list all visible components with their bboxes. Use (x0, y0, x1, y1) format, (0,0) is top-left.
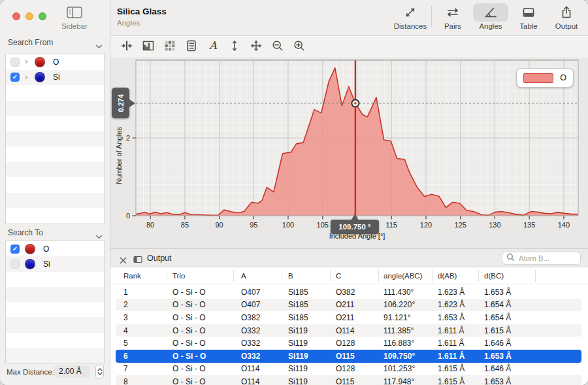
grid-style-icon (163, 39, 176, 55)
table-row-selected[interactable]: 6O - Si - OO332Si119O115109.750°1.611 Å1… (116, 350, 581, 363)
cell: O - Si - O (172, 326, 206, 335)
column-header-a[interactable]: A (241, 267, 246, 284)
list-item-Si[interactable]: ✓›Si (6, 70, 104, 86)
vertical-scale-button[interactable] (227, 39, 242, 55)
cursor-value-badge: 0.274 (112, 88, 129, 118)
cell: 116.883° (384, 339, 414, 348)
table-row[interactable]: 3O - Si - OO382Si185O21191.121°1.653 Å1.… (116, 311, 581, 324)
cell: 1.615 Å (484, 326, 511, 335)
atom-color-swatch (25, 259, 35, 269)
list-item-empty (6, 333, 104, 348)
histogram-style-button[interactable] (140, 39, 156, 55)
cell: Si119 (288, 377, 308, 385)
app-window: Sidebar Search From ›O✓›Si Search To ✓OS… (0, 0, 588, 385)
checkbox-checked[interactable]: ✓ (10, 244, 20, 254)
stepper-down-icon (97, 372, 103, 375)
svg-text:105: 105 (317, 221, 329, 229)
toolbar-button-output[interactable]: Output (547, 3, 585, 30)
table-row[interactable]: 5O - Si - OO332Si119O128116.883°1.611 Å1… (116, 337, 581, 350)
toolbar-button-label: Pairs (444, 22, 461, 30)
angles-icon (473, 3, 508, 22)
close-window-button[interactable] (12, 12, 20, 20)
cell: 5 (123, 339, 128, 348)
pairs-icon (435, 3, 470, 22)
font-button[interactable]: A (205, 39, 221, 55)
max-distance-stepper[interactable] (95, 365, 104, 378)
search-icon (506, 252, 515, 264)
toolbar-button-pairs[interactable]: Pairs (434, 3, 472, 30)
table-row[interactable]: 8O - Si - OO114Si119O115117.948°1.615 Å1… (116, 375, 581, 385)
cell: 1.653 Å (484, 352, 512, 361)
column-divider (330, 270, 331, 282)
table-row[interactable]: 1O - Si - OO407Si185O382111.430°1.623 Å1… (116, 286, 581, 299)
column-divider (167, 270, 167, 282)
search-input[interactable] (517, 254, 575, 263)
max-distance-field[interactable]: 2.00 Å (54, 365, 90, 378)
disclosure-chevron-icon[interactable]: › (25, 57, 35, 65)
toolbar-button-label: Output (555, 22, 578, 30)
cell: 1.611 Å (438, 339, 464, 348)
cell: Si185 (288, 313, 308, 322)
legend-swatch (523, 73, 553, 83)
cursor-angle-badge: 109.750 ° (331, 220, 379, 234)
cell: 106.220° (384, 300, 415, 309)
window-controls (12, 12, 46, 20)
grid-style-button[interactable] (162, 39, 178, 55)
list-item-O[interactable]: ✓O (6, 241, 104, 256)
svg-text:130: 130 (489, 221, 500, 229)
checkbox-unchecked[interactable] (10, 259, 20, 269)
chevron-down-icon[interactable] (95, 40, 103, 52)
list-item-empty (6, 162, 104, 178)
list-item-O[interactable]: ›O (6, 54, 104, 70)
zoom-out-button[interactable] (270, 39, 286, 55)
output-panel-header: Output (110, 248, 588, 267)
list-item-empty (6, 131, 104, 147)
disclosure-chevron-icon[interactable]: › (25, 73, 35, 81)
column-header-rank[interactable]: Rank (123, 267, 141, 284)
close-panel-icon[interactable] (120, 255, 127, 267)
list-item-Si[interactable]: Si (6, 256, 104, 271)
main-toolbar: DistancesPairsAnglesTableOutput (391, 3, 585, 30)
column-header-angleabc[interactable]: angle(ABC) (384, 267, 422, 284)
svg-text:135: 135 (523, 221, 535, 229)
checkbox-unchecked[interactable] (10, 58, 20, 67)
cell: O - Si - O (172, 300, 206, 309)
element-label: Si (43, 259, 50, 269)
pan-button[interactable] (248, 39, 264, 55)
center-data-button[interactable] (119, 39, 135, 55)
table-row[interactable]: 4O - Si - OO332Si119O114111.385°1.611 Å1… (116, 324, 581, 337)
cell: O - Si - O (172, 288, 206, 297)
panel-layout-icon[interactable] (133, 254, 142, 266)
distances-icon (393, 3, 428, 22)
sidebar-toggle-button[interactable]: Sidebar (56, 7, 93, 30)
zoom-in-button[interactable] (291, 39, 307, 55)
column-divider (282, 270, 282, 282)
column-header-trio[interactable]: Trio (172, 267, 185, 284)
svg-text:125: 125 (455, 221, 466, 229)
cell: 3 (123, 313, 128, 322)
zoom-window-button[interactable] (39, 12, 46, 20)
histogram-style-icon (142, 39, 155, 55)
table-row[interactable]: 2O - Si - OO407Si185O211106.220°1.623 Å1… (116, 299, 581, 312)
column-header-dbc[interactable]: d(BC) (484, 267, 504, 284)
toolbar-button-distances[interactable]: Distances (391, 3, 429, 30)
svg-text:80: 80 (146, 221, 154, 229)
checkbox-checked[interactable]: ✓ (10, 73, 20, 82)
toolbar-button-table[interactable]: Table (510, 3, 547, 30)
output-panel: Output RankTrioABCangle(ABC)d(AB)d(BC) 1… (110, 248, 588, 385)
cell: 1.653 Å (484, 377, 511, 385)
toolbar-button-angles[interactable]: Angles (472, 3, 510, 30)
list-style-button[interactable] (184, 39, 199, 55)
svg-text:85: 85 (181, 221, 189, 229)
column-header-b[interactable]: B (288, 267, 293, 284)
minimize-window-button[interactable] (25, 12, 33, 20)
list-item-empty (6, 287, 104, 302)
search-field[interactable] (502, 252, 581, 265)
atom-color-swatch (35, 57, 45, 67)
cell: 1.623 Å (438, 300, 465, 309)
column-header-dab[interactable]: d(AB) (438, 267, 457, 284)
table-row[interactable]: 7O - Si - OO114Si119O128101.253°1.615 Å1… (116, 363, 581, 376)
column-header-c[interactable]: C (336, 267, 341, 284)
cell: 1.646 Å (484, 339, 511, 348)
element-label: O (53, 58, 59, 67)
